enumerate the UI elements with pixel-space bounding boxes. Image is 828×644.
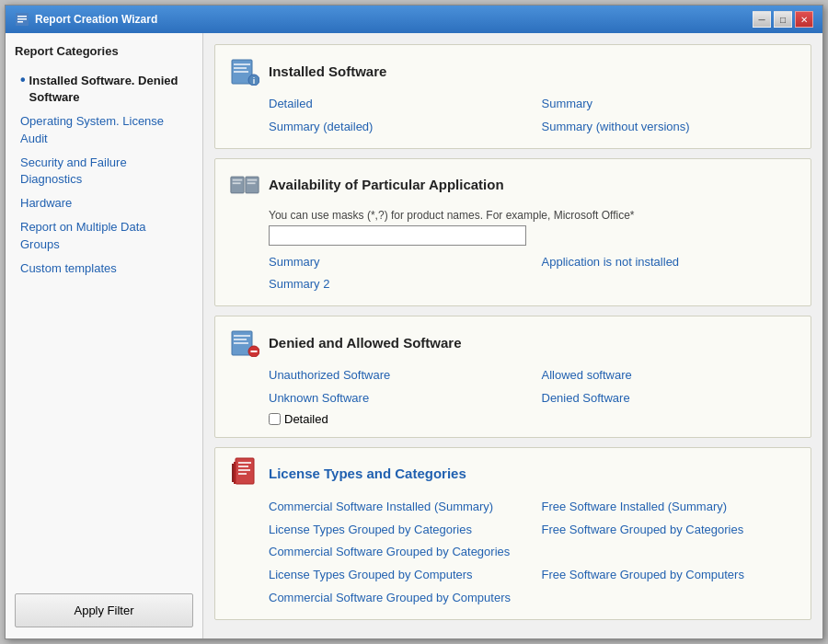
link-avail-summary[interactable]: Summary xyxy=(269,253,523,272)
availability-title: Availability of Particular Application xyxy=(269,177,504,192)
link-free-summary[interactable]: Free Software Installed (Summary) xyxy=(542,498,797,517)
detailed-checkbox[interactable] xyxy=(269,413,281,425)
svg-rect-24 xyxy=(238,466,248,467)
svg-rect-27 xyxy=(234,462,236,484)
sidebar-title: Report Categories xyxy=(15,44,193,58)
sidebar-item-multiple-data[interactable]: Report on Multiple Data Groups xyxy=(15,215,193,256)
svg-rect-17 xyxy=(234,335,250,337)
license-types-icon xyxy=(230,459,259,489)
link-unknown-software[interactable]: Unknown Software xyxy=(269,389,523,408)
svg-rect-7 xyxy=(234,71,248,73)
svg-rect-11 xyxy=(233,178,243,180)
maximize-button[interactable]: □ xyxy=(774,11,792,28)
window-icon xyxy=(15,12,29,27)
link-license-grouped-categories[interactable]: License Types Grouped by Categories xyxy=(269,521,523,540)
link-license-grouped-computers[interactable]: License Types Grouped by Computers xyxy=(269,566,523,585)
license-types-links: Commercial Software Installed (Summary) … xyxy=(230,498,796,608)
installed-software-links: Detailed Summary Summary (detailed) Summ… xyxy=(230,95,796,137)
link-free-grouped-categories[interactable]: Free Software Grouped by Categories xyxy=(542,521,797,540)
sidebar-nav: Report Categories Installed Software. De… xyxy=(15,44,193,281)
availability-icon xyxy=(230,170,259,200)
main-window: Report Creation Wizard ─ □ ✕ Report Cate… xyxy=(5,5,823,639)
link-summary-without-versions[interactable]: Summary (without versions) xyxy=(542,118,797,137)
sidebar-item-installed-software[interactable]: Installed Software. Denied Software xyxy=(15,69,193,109)
denied-allowed-links: Unauthorized Software Allowed software U… xyxy=(230,366,796,408)
svg-rect-26 xyxy=(238,473,247,475)
svg-rect-14 xyxy=(247,178,258,180)
detailed-checkbox-label: Detailed xyxy=(284,412,328,426)
link-commercial-grouped-computers[interactable]: Commercial Software Grouped by Computers xyxy=(269,589,523,608)
availability-search-input[interactable] xyxy=(269,225,526,246)
svg-rect-25 xyxy=(238,469,250,471)
installed-software-section: i Installed Software Detailed Summary Su… xyxy=(214,44,811,149)
sidebar-item-hardware[interactable]: Hardware xyxy=(15,191,193,215)
link-summary[interactable]: Summary xyxy=(542,95,797,114)
svg-rect-15 xyxy=(247,182,256,184)
link-detailed[interactable]: Detailed xyxy=(269,95,523,114)
main-content: i Installed Software Detailed Summary Su… xyxy=(203,33,822,638)
license-types-title: License Types and Categories xyxy=(269,466,466,481)
svg-rect-23 xyxy=(238,462,251,464)
link-unauthorized-software[interactable]: Unauthorized Software xyxy=(269,366,523,385)
link-commercial-grouped-categories[interactable]: Commercial Software Grouped by Categorie… xyxy=(269,543,523,562)
svg-rect-2 xyxy=(17,18,27,20)
svg-rect-12 xyxy=(233,182,241,184)
link-commercial-summary[interactable]: Commercial Software Installed (Summary) xyxy=(269,498,523,517)
sidebar: Report Categories Installed Software. De… xyxy=(6,33,203,638)
availability-section: Availability of Particular Application Y… xyxy=(214,158,811,307)
sidebar-item-custom-templates[interactable]: Custom templates xyxy=(15,257,193,281)
minimize-button[interactable]: ─ xyxy=(753,11,771,28)
svg-rect-1 xyxy=(17,16,27,17)
link-denied-software[interactable]: Denied Software xyxy=(542,389,797,408)
title-bar: Report Creation Wizard ─ □ ✕ xyxy=(6,6,822,33)
installed-software-title: Installed Software xyxy=(269,63,386,79)
content-area: Report Categories Installed Software. De… xyxy=(6,33,822,638)
denied-allowed-icon xyxy=(230,328,259,357)
denied-allowed-title: Denied and Allowed Software xyxy=(269,335,461,351)
svg-text:i: i xyxy=(253,76,256,86)
svg-rect-5 xyxy=(234,63,250,65)
svg-rect-6 xyxy=(234,67,247,69)
svg-rect-3 xyxy=(17,21,23,23)
link-free-grouped-computers[interactable]: Free Software Grouped by Computers xyxy=(542,566,797,585)
link-avail-summary2[interactable]: Summary 2 xyxy=(269,275,523,294)
sidebar-items-list: Installed Software. Denied Software Oper… xyxy=(15,69,193,281)
denied-allowed-section: Denied and Allowed Software Unauthorized… xyxy=(214,316,811,438)
sidebar-item-security[interactable]: Security and Failure Diagnostics xyxy=(15,151,193,191)
link-allowed-software[interactable]: Allowed software xyxy=(542,366,797,385)
installed-software-icon: i xyxy=(230,56,259,86)
license-types-section: License Types and Categories Commercial … xyxy=(214,447,811,620)
apply-filter-button[interactable]: Apply Filter xyxy=(15,593,193,627)
link-summary-detailed[interactable]: Summary (detailed) xyxy=(269,118,523,137)
sidebar-item-os-license[interactable]: Operating System. License Audit xyxy=(15,109,193,150)
availability-hint: You can use masks (*,?) for product name… xyxy=(269,209,796,222)
close-button[interactable]: ✕ xyxy=(795,11,813,28)
svg-rect-28 xyxy=(232,464,234,482)
svg-rect-19 xyxy=(234,342,248,344)
window-title: Report Creation Wizard xyxy=(35,13,157,26)
link-app-not-installed[interactable]: Application is not installed xyxy=(542,253,797,272)
svg-rect-18 xyxy=(234,339,247,340)
